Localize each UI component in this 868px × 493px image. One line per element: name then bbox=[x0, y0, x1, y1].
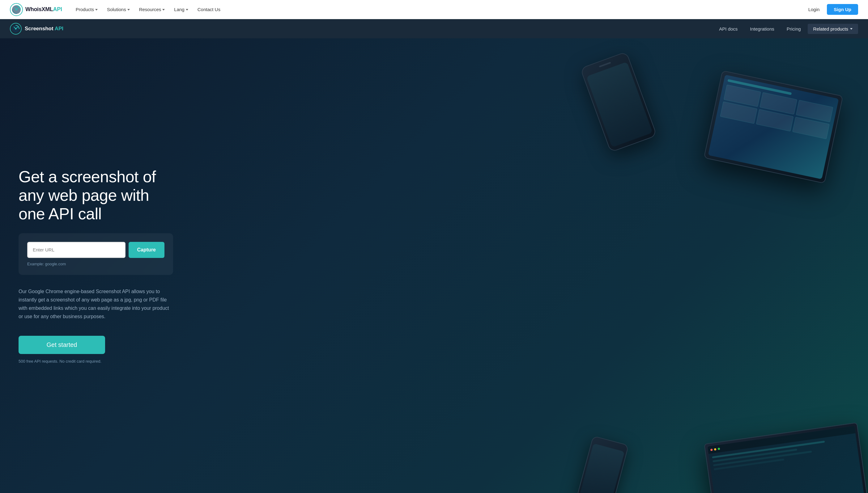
svg-point-5 bbox=[15, 28, 17, 30]
subnav-pricing[interactable]: Pricing bbox=[781, 24, 806, 34]
nav-resources[interactable]: Resources bbox=[136, 5, 169, 14]
chevron-down-icon bbox=[95, 9, 98, 10]
hero-description: Our Google Chrome engine-based Screensho… bbox=[19, 287, 173, 321]
capture-example: Example: google.com bbox=[27, 262, 164, 266]
logo[interactable]: WhoisXMLAPI bbox=[10, 3, 62, 16]
sub-nav-brand: Screenshot API bbox=[10, 23, 63, 35]
get-started-button[interactable]: Get started bbox=[19, 336, 105, 354]
nav-solutions[interactable]: Solutions bbox=[103, 5, 133, 14]
top-nav-left: WhoisXMLAPI Products Solutions Resources… bbox=[10, 3, 224, 16]
subnav-related-products[interactable]: Related products bbox=[808, 24, 858, 34]
chevron-down-icon bbox=[186, 9, 188, 10]
devices-background bbox=[316, 38, 868, 493]
top-nav-links: Products Solutions Resources Lang Contac… bbox=[72, 5, 224, 14]
chevron-down-icon bbox=[850, 28, 852, 30]
hero-note: 500 free API requests. No credit card re… bbox=[19, 359, 173, 364]
login-button[interactable]: Login bbox=[805, 5, 824, 14]
nav-contact[interactable]: Contact Us bbox=[194, 5, 224, 14]
url-input[interactable] bbox=[27, 242, 125, 258]
sub-logo-icon bbox=[10, 23, 22, 35]
chevron-down-icon bbox=[127, 9, 130, 10]
capture-button[interactable]: Capture bbox=[129, 242, 164, 258]
top-navigation: WhoisXMLAPI Products Solutions Resources… bbox=[0, 0, 868, 19]
device-phone-bottom bbox=[576, 435, 629, 493]
sub-nav-links: API docs Integrations Pricing Related pr… bbox=[714, 24, 858, 34]
logo-text: WhoisXMLAPI bbox=[25, 6, 62, 13]
hero-content: Get a screenshot of any web page with on… bbox=[0, 149, 192, 382]
chevron-down-icon bbox=[162, 9, 165, 10]
device-tablet bbox=[704, 70, 843, 184]
hero-section: Get a screenshot of any web page with on… bbox=[0, 38, 868, 493]
nav-lang[interactable]: Lang bbox=[170, 5, 192, 14]
device-phone-top bbox=[580, 51, 658, 152]
sub-navigation: Screenshot API API docs Integrations Pri… bbox=[0, 19, 868, 38]
subnav-api-docs[interactable]: API docs bbox=[714, 24, 743, 34]
sub-logo-text: Screenshot API bbox=[25, 26, 63, 32]
nav-products[interactable]: Products bbox=[72, 5, 101, 14]
logo-icon bbox=[10, 3, 23, 16]
hero-title: Get a screenshot of any web page with on… bbox=[19, 168, 173, 223]
top-nav-right: Login Sign Up bbox=[805, 4, 858, 15]
capture-input-row: Capture bbox=[27, 242, 164, 258]
subnav-integrations[interactable]: Integrations bbox=[744, 24, 780, 34]
signup-button[interactable]: Sign Up bbox=[827, 4, 858, 15]
svg-point-2 bbox=[16, 9, 17, 10]
device-laptop bbox=[704, 422, 868, 493]
capture-box: Capture Example: google.com bbox=[19, 233, 173, 275]
